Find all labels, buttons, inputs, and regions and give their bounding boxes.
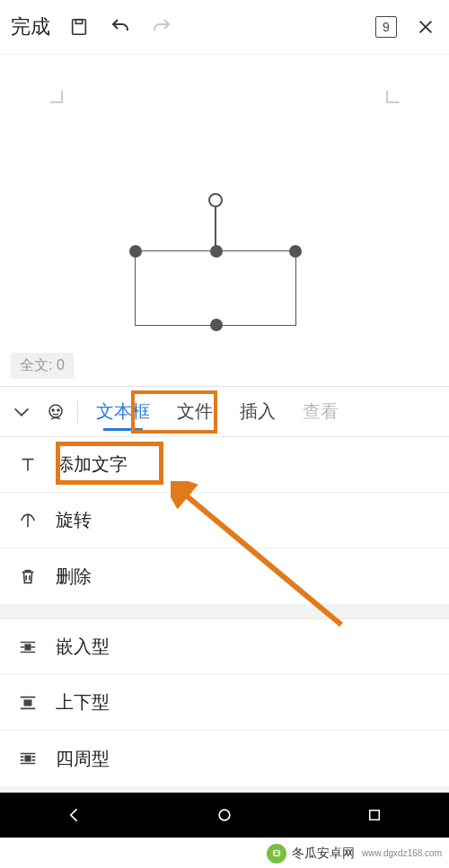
top-toolbar: 完成 9 [0,0,449,54]
svg-rect-5 [25,644,31,650]
svg-rect-6 [24,700,31,706]
rotate-icon [16,511,40,530]
undo-icon[interactable] [108,14,133,39]
resize-handle[interactable] [210,319,223,331]
nav-recent-icon[interactable] [357,797,392,833]
assistant-icon[interactable] [43,399,68,425]
svg-rect-7 [25,756,31,761]
resize-handle[interactable] [210,245,223,258]
wrap-inline-icon [16,637,40,657]
margin-corner-top-left [50,91,63,103]
tool-tabs: 文本框 文件 插入 查看 [0,386,449,436]
option-label: 上下型 [56,690,110,715]
rotate-handle-icon[interactable] [208,193,223,207]
collapse-icon[interactable] [9,399,34,425]
word-count-badge: 全文: 0 [11,353,74,379]
option-label: 四周型 [56,747,110,771]
option-wrap-topbottom[interactable]: 上下型 [0,675,449,731]
textbox-options: 添加文字 旋转 删除 嵌入型 上下型 [0,436,449,786]
watermark: 冬瓜安卓网 www.dgxdz168.com [0,837,449,868]
watermark-url: www.dgxdz168.com [362,848,442,858]
option-add-text[interactable]: 添加文字 [0,437,449,493]
svg-rect-0 [73,20,86,35]
svg-point-9 [219,810,230,820]
tab-view[interactable]: 查看 [294,394,348,429]
option-label: 旋转 [56,508,92,532]
option-delete[interactable]: 删除 [0,548,449,604]
option-label: 添加文字 [56,452,128,477]
option-wrap-inline[interactable]: 嵌入型 [0,619,449,675]
svg-point-4 [57,409,59,411]
svg-point-3 [52,409,54,411]
tab-insert[interactable]: 插入 [231,394,285,429]
option-rotate[interactable]: 旋转 [0,493,449,548]
svg-rect-1 [75,20,82,24]
nav-home-icon[interactable] [207,797,242,833]
margin-corner-top-right [386,91,399,103]
text-icon [16,455,40,475]
document-canvas[interactable]: 全文: 0 [0,54,449,386]
redo-icon [149,14,174,39]
watermark-logo-icon [267,844,286,864]
done-button[interactable]: 完成 [11,13,50,40]
option-wrap-square[interactable]: 四周型 [0,731,449,786]
tab-file[interactable]: 文件 [168,394,222,429]
nav-back-icon[interactable] [57,797,92,833]
wrap-topbottom-icon [16,693,40,713]
svg-point-2 [49,405,62,417]
resize-handle[interactable] [129,245,142,258]
watermark-text: 冬瓜安卓网 [292,846,355,862]
close-icon[interactable] [413,14,438,39]
android-navbar [0,793,449,837]
resize-handle[interactable] [289,245,302,258]
option-label: 嵌入型 [56,635,110,659]
trash-icon [16,566,40,586]
svg-rect-10 [369,811,379,820]
wrap-square-icon [16,749,40,768]
option-label: 删除 [56,565,92,589]
page-count-badge[interactable]: 9 [375,16,397,38]
save-icon[interactable] [66,14,92,39]
selected-textbox[interactable] [135,250,296,326]
tab-textbox[interactable]: 文本框 [87,394,159,429]
